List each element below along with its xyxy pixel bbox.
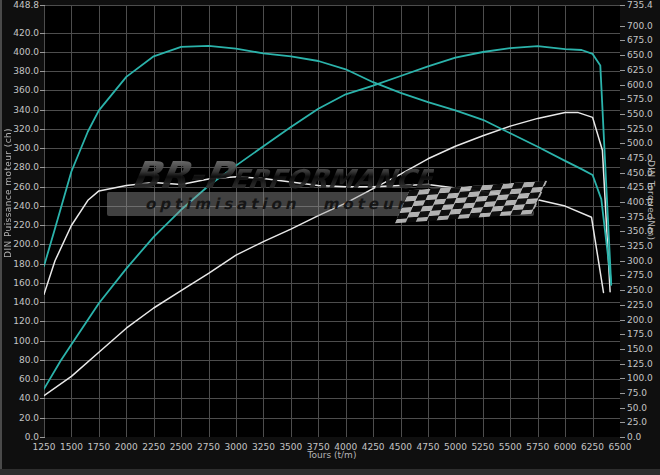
y-left-tick [40, 398, 45, 399]
y-right-tick [620, 55, 625, 56]
y-left-tick-label: 60.0 [0, 374, 39, 384]
y-left-tick [40, 52, 45, 53]
y-right-tick-label: 225.0 [627, 300, 653, 310]
y-left-tick [40, 187, 45, 188]
y-left-tick-label: 180.0 [0, 259, 39, 269]
y-right-tick-label: 625.0 [627, 65, 653, 75]
y-right-tick-label: 300.0 [627, 256, 653, 266]
y-right-tick-label: 700.0 [627, 21, 653, 31]
y-left-tick-label: 240.0 [0, 201, 39, 211]
y-right-tick-label: 100.0 [627, 373, 653, 383]
power-tuned-curve [44, 46, 611, 389]
y-left-tick [40, 437, 45, 438]
y-left-tick-label: 320.0 [0, 124, 39, 134]
y-left-tick [40, 264, 45, 265]
y-right-tick-label: 525.0 [627, 124, 653, 134]
y-right-tick [620, 173, 625, 174]
y-left-tick [40, 244, 45, 245]
y-right-tick-label: 200.0 [627, 315, 653, 325]
y-left-tick-label: 100.0 [0, 336, 39, 346]
y-right-tick [620, 437, 625, 438]
y-left-tick [40, 71, 45, 72]
y-right-tick [620, 246, 625, 247]
y-right-tick [620, 99, 625, 100]
y-right-tick-label: 150.0 [627, 344, 653, 354]
y-right-tick [620, 320, 625, 321]
y-left-tick-label: 400.0 [0, 47, 39, 57]
y-right-tick-label: 425.0 [627, 182, 653, 192]
y-left-tick [40, 167, 45, 168]
y-left-tick-label: 220.0 [0, 220, 39, 230]
y-right-tick [620, 40, 625, 41]
y-right-tick [620, 85, 625, 86]
y-left-tick-label: 280.0 [0, 162, 39, 172]
y-right-tick [620, 422, 625, 423]
y-right-tick [620, 158, 625, 159]
y-right-tick [620, 305, 625, 306]
y-left-tick-label: 260.0 [0, 182, 39, 192]
y-left-tick-label: 80.0 [0, 355, 39, 365]
y-right-tick-label: 250.0 [627, 285, 653, 295]
y-right-tick-label: 735.4 [627, 0, 653, 10]
y-left-tick [40, 5, 45, 6]
gridlines [44, 5, 620, 437]
y-right-tick-label: 0.0 [627, 432, 641, 442]
y-left-tick [40, 379, 45, 380]
y-left-tick-label: 140.0 [0, 297, 39, 307]
watermark-strip: optimisation moteur [107, 192, 534, 216]
y-right-tick [620, 217, 625, 218]
y-left-tick-label: 200.0 [0, 239, 39, 249]
y-left-tick [40, 283, 45, 284]
y-left-tick-label: 340.0 [0, 105, 39, 115]
y-left-tick [40, 418, 45, 419]
y-right-tick [620, 5, 625, 6]
x-tick-label: 6500 [600, 442, 640, 452]
y-right-tick [620, 393, 625, 394]
y-right-tick [620, 231, 625, 232]
y-right-tick [620, 334, 625, 335]
y-right-tick-label: 500.0 [627, 138, 653, 148]
y-right-tick-label: 125.0 [627, 359, 653, 369]
y-left-tick [40, 302, 45, 303]
y-left-tick [40, 129, 45, 130]
y-left-tick-label: 380.0 [0, 66, 39, 76]
y-right-tick-label: 175.0 [627, 329, 653, 339]
y-left-tick-label: 360.0 [0, 85, 39, 95]
y-left-tick-label: 40.0 [0, 393, 39, 403]
y-right-tick-label: 75.0 [627, 388, 647, 398]
y-right-tick-label: 400.0 [627, 197, 653, 207]
y-right-tick-label: 475.0 [627, 153, 653, 163]
y-right-tick [620, 349, 625, 350]
y-left-tick [40, 33, 45, 34]
y-right-tick-label: 275.0 [627, 270, 653, 280]
dyno-chart: DIN Puissance moteur (ch) DIN Torque (Nm… [0, 0, 660, 475]
y-left-tick [40, 360, 45, 361]
y-right-tick [620, 187, 625, 188]
y-right-tick [620, 26, 625, 27]
y-right-tick-label: 600.0 [627, 80, 653, 90]
plot-area: BR-Performance optimisation moteur [44, 5, 620, 437]
y-right-tick-label: 550.0 [627, 109, 653, 119]
y-left-tick [40, 206, 45, 207]
y-right-tick [620, 364, 625, 365]
y-right-tick-label: 50.0 [627, 403, 647, 413]
y-right-tick [620, 408, 625, 409]
y-left-tick [40, 341, 45, 342]
y-right-tick-label: 25.0 [627, 417, 647, 427]
y-left-tick [40, 225, 45, 226]
y-left-tick-label: 0.0 [0, 432, 39, 442]
y-left-tick-label: 120.0 [0, 316, 39, 326]
y-left-tick [40, 321, 45, 322]
y-left-tick-label: 20.0 [0, 413, 39, 423]
y-right-tick-label: 675.0 [627, 35, 653, 45]
window-edge-bottom [0, 469, 660, 475]
y-right-tick [620, 202, 625, 203]
y-right-tick-label: 650.0 [627, 50, 653, 60]
y-right-tick [620, 275, 625, 276]
y-right-tick-label: 375.0 [627, 212, 653, 222]
y-left-tick-label: 160.0 [0, 278, 39, 288]
y-right-tick [620, 129, 625, 130]
y-right-tick-label: 325.0 [627, 241, 653, 251]
curves-canvas [44, 5, 620, 437]
y-left-tick [40, 110, 45, 111]
